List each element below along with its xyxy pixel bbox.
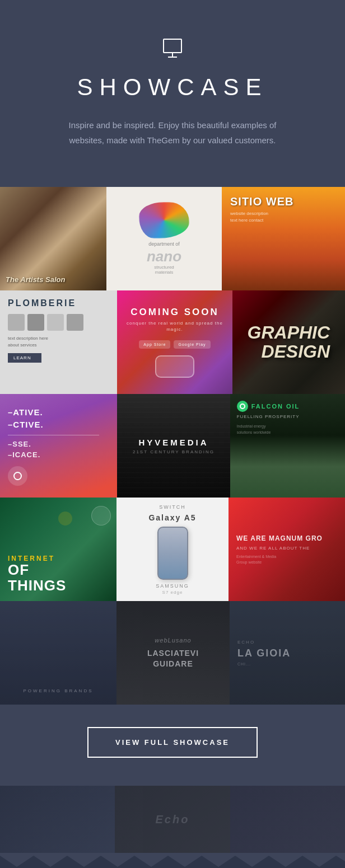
item-4-btn[interactable]: LEARN [8, 353, 41, 363]
grid-item-6[interactable]: GRAPHICDESIGN [232, 290, 345, 394]
bottom-2-text: Echo [156, 813, 190, 826]
item-11-brand: switch [159, 504, 186, 510]
bottom-item-2[interactable]: Echo [115, 786, 230, 853]
grid-item-3[interactable]: SITIO WEB website descriptiontext here c… [222, 187, 345, 290]
item-14-brand: webLusano [155, 637, 191, 644]
view-full-showcase-button[interactable]: VIEW FULL SHOWCASE [87, 727, 258, 758]
item-7-circle [8, 466, 27, 486]
item-11-brand2: SAMSUNG [156, 583, 189, 589]
grid-row-3: –ATIVE. –CTIVE. –SSE. –ICACE. HYVEMEDIA … [0, 394, 345, 498]
grid-item-9[interactable]: FALCON OIL FUELLING PROSPERITY Industria… [230, 394, 345, 498]
item-9-desc: Industrial energysolutions worldwide [237, 424, 271, 435]
item-9-sub: FUELLING PROSPERITY [237, 414, 300, 419]
grid-item-11[interactable]: switch Galaxy A5 SAMSUNG S7 edge [116, 498, 229, 601]
grid-item-5[interactable]: COMING SOON conquer the real world and s… [117, 290, 232, 394]
item-12-text: WE ARE MAGNUM GRO [236, 533, 323, 543]
grid-item-12[interactable]: WE ARE MAGNUM GRO AND WE RE ALL ABOUT TH… [229, 498, 345, 601]
grid-item-13[interactable]: POWERING BRANDS [0, 601, 116, 705]
grid-row-4: INTERNET OFTHINGS switch Galaxy A5 SAMSU… [0, 498, 345, 601]
item-2-big: nano [147, 249, 181, 264]
item-11-phone-img [157, 527, 188, 580]
item-12-sub: AND WE RE ALL ABOUT THE [236, 546, 310, 551]
item-5-sub: conquer the real world and spread the ma… [124, 320, 225, 332]
grid-item-1[interactable]: The Artists Salon [0, 187, 106, 290]
chevron-row [0, 856, 345, 868]
grid-item-2[interactable]: department of nano structuredmaterials [106, 187, 222, 290]
item-10-big: OFTHINGS [8, 562, 66, 593]
item-11-model2: S7 edge [162, 590, 183, 595]
item-5-coming: COMING SOON [130, 307, 219, 318]
grid-item-10[interactable]: INTERNET OFTHINGS [0, 498, 116, 601]
item-13-text: POWERING BRANDS [23, 688, 93, 693]
bottom-item-3[interactable] [230, 786, 345, 853]
item-5-googleplay[interactable]: Google Play [174, 340, 210, 349]
item-7-line4: –ICACE. [8, 449, 40, 461]
item-7-line2: –CTIVE. [8, 419, 44, 431]
grid-row-5: POWERING BRANDS webLusano LASCIATEVIGUID… [0, 601, 345, 705]
item-9-logo [237, 401, 248, 412]
presentation-icon [22, 34, 323, 63]
item-14-label: LASCIATEVIGUIDARE [147, 648, 199, 668]
grid-item-14[interactable]: webLusano LASCIATEVIGUIDARE [116, 601, 230, 705]
item-6-text: GRAPHICDESIGN [248, 323, 330, 361]
item-4-title: PLOMBERIE [8, 298, 109, 308]
item-8-sub: 21ST CENTURY BRANDING [133, 449, 215, 454]
item-15-text: LA GIOIA [237, 647, 291, 660]
grid-item-15[interactable]: ECHO LA GIOIA CHI... [230, 601, 345, 705]
grid-item-7[interactable]: –ATIVE. –CTIVE. –SSE. –ICACE. [0, 394, 117, 498]
grid-item-8[interactable]: HYVEMEDIA 21ST CENTURY BRANDING [117, 394, 230, 498]
item-5-appstore[interactable]: App Store [139, 340, 170, 349]
button-section: VIEW FULL SHOWCASE [0, 705, 345, 780]
item-1-title: The Artists Salon [6, 275, 101, 285]
item-2-sub: department of [148, 241, 180, 248]
showcase-grid: The Artists Salon department of nano str… [0, 176, 345, 705]
item-7-line1: –ATIVE. [8, 406, 43, 419]
hero-description: Inspire and be inspired. Enjoy this beau… [60, 118, 285, 148]
item-12-desc: Entertainment & MediaGroup website [236, 554, 276, 566]
item-8-title: HYVEMEDIA [138, 438, 208, 447]
bottom-image-row: Echo [0, 786, 345, 853]
page-title: SHOWCASE [22, 74, 323, 101]
grid-item-4[interactable]: PLOMBERIE text description hereabout ser… [0, 290, 117, 394]
item-5-device [155, 355, 194, 378]
bottom-item-1[interactable] [0, 786, 115, 853]
item-7-line3: –SSE. [8, 439, 31, 450]
item-11-model: Galaxy A5 [148, 513, 196, 522]
bottom-section: Echo [0, 780, 345, 868]
chevron-svg [0, 856, 345, 868]
item-4-desc: text description hereabout services [8, 335, 109, 349]
item-3-title: SITIO WEB [230, 195, 293, 208]
item-15-sub: ECHO [237, 640, 255, 645]
svg-rect-0 [164, 39, 181, 53]
grid-row-1: The Artists Salon department of nano str… [0, 187, 345, 290]
item-15-desc: CHI... [237, 662, 251, 666]
item-2-nano: structuredmaterials [154, 265, 174, 275]
item-9-brand: FALCON OIL [251, 403, 300, 410]
hero-section: SHOWCASE Inspire and be inspired. Enjoy … [0, 0, 345, 176]
grid-row-2: PLOMBERIE text description hereabout ser… [0, 290, 345, 394]
item-3-sub: website descriptiontext here contact [230, 210, 268, 224]
